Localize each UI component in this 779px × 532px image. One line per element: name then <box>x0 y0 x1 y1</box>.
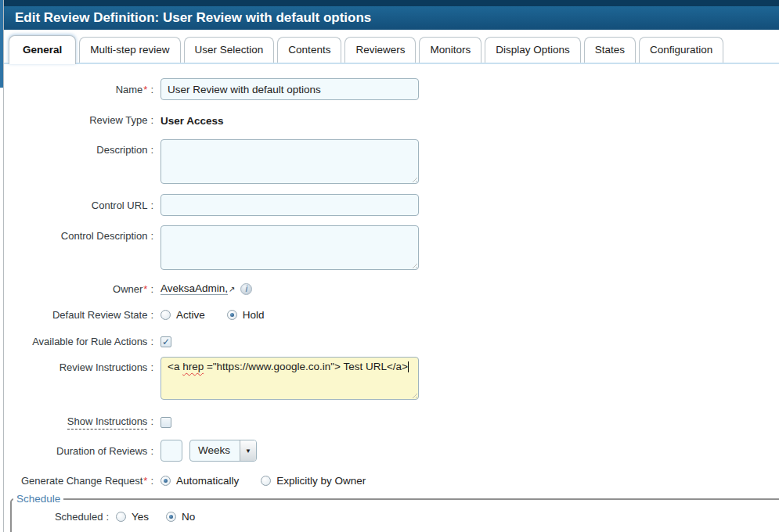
available-for-rule-actions-checkbox[interactable]: ✓ <box>160 336 171 347</box>
scheduled-row: Scheduled: Yes No <box>14 511 779 523</box>
left-accent-strip <box>0 0 3 88</box>
radio-active-label: Active <box>176 309 205 321</box>
radio-hold[interactable] <box>227 310 237 320</box>
window-title-bar: Edit Review Definition: User Review with… <box>4 6 779 30</box>
tab-configuration[interactable]: Configuration <box>639 37 723 63</box>
available-for-rule-actions-row: Available for Rule Actions: ✓ <box>6 336 779 347</box>
label-colon: : <box>150 415 153 427</box>
label-colon: : <box>150 84 153 95</box>
required-asterisk: * <box>143 283 147 295</box>
tab-monitors[interactable]: Monitors <box>419 37 481 63</box>
duration-of-reviews-label: Duration of Reviews: <box>6 445 160 457</box>
review-type-row: Review Type: User Access <box>6 113 779 127</box>
label-colon: : <box>150 309 153 321</box>
schedule-fieldset: Schedule Scheduled: Yes No <box>10 493 779 532</box>
label-colon: : <box>150 200 153 211</box>
label-colon: : <box>150 114 153 126</box>
radio-scheduled-yes[interactable] <box>116 512 126 522</box>
external-link-arrow-icon[interactable]: ↗ <box>229 285 235 293</box>
label-colon: : <box>150 475 153 487</box>
owner-label: Owner*: <box>6 283 160 295</box>
review-type-label: Review Type: <box>6 114 160 126</box>
description-label: Description: <box>6 139 160 156</box>
info-icon[interactable]: i <box>240 283 252 295</box>
label-colon: : <box>150 445 153 457</box>
tab-user-selection[interactable]: User Selection <box>184 37 275 63</box>
page-title: Edit Review Definition: User Review with… <box>15 10 371 25</box>
review-type-value: User Access <box>160 113 224 127</box>
top-navy-strip <box>4 0 779 6</box>
instructions-text: <a <box>168 361 182 372</box>
duration-value-input[interactable] <box>160 440 182 462</box>
radio-active[interactable] <box>160 310 171 320</box>
label-colon: : <box>150 336 153 347</box>
tab-display-options[interactable]: Display Options <box>485 37 581 63</box>
panel-left-border <box>3 0 4 532</box>
label-colon: : <box>150 283 153 295</box>
tab-multi-step-review[interactable]: Multi-step review <box>79 37 180 63</box>
default-review-state-row: Default Review State: Active Hold <box>6 309 779 321</box>
show-instructions-label: Show Instructions: <box>6 415 160 430</box>
instructions-misspelled-word: hrep <box>182 361 204 372</box>
control-description-textarea[interactable] <box>160 225 419 270</box>
text-cursor <box>408 361 409 372</box>
duration-unit-value: Weeks <box>190 440 240 461</box>
tab-reviewers[interactable]: Reviewers <box>344 37 416 63</box>
schedule-legend: Schedule <box>13 493 63 505</box>
control-description-label: Control Description: <box>6 225 160 242</box>
duration-of-reviews-row: Duration of Reviews: Weeks ▼ <box>6 440 779 462</box>
review-instructions-row: Review Instructions: <a hrep ="https://w… <box>6 357 779 400</box>
label-colon: : <box>106 511 109 523</box>
control-url-row: Control URL: <box>6 194 779 216</box>
show-instructions-checkbox[interactable] <box>160 417 171 428</box>
duration-unit-select[interactable]: Weeks ▼ <box>189 440 257 462</box>
owner-link[interactable]: AveksaAdmin, <box>160 282 228 295</box>
required-asterisk: * <box>143 475 147 487</box>
radio-scheduled-no[interactable] <box>166 512 176 522</box>
review-instructions-label: Review Instructions: <box>6 357 160 373</box>
required-asterisk: * <box>143 84 147 95</box>
owner-row: Owner*: AveksaAdmin, ↗ i <box>6 282 779 295</box>
label-colon: : <box>150 230 153 242</box>
edit-review-definition-window: Edit Review Definition: User Review with… <box>0 0 779 532</box>
generate-change-request-label: Generate Change Request*: <box>6 475 160 487</box>
instructions-text: ="https://www.google.co.in"> Test URL</a… <box>204 361 408 372</box>
control-description-row: Control Description: <box>6 225 779 270</box>
tab-states[interactable]: States <box>584 37 636 63</box>
radio-automatically[interactable] <box>160 476 171 486</box>
radio-explicitly-by-owner-label: Explicitly by Owner <box>276 475 366 487</box>
default-review-state-label: Default Review State: <box>6 309 160 321</box>
radio-scheduled-yes-label: Yes <box>132 511 149 523</box>
radio-automatically-label: Automatically <box>176 475 239 487</box>
control-url-label: Control URL: <box>6 200 160 211</box>
name-label: Name*: <box>6 84 160 95</box>
label-colon: : <box>150 361 153 373</box>
radio-explicitly-by-owner[interactable] <box>261 476 271 486</box>
name-row: Name*: <box>6 78 779 100</box>
show-instructions-row: Show Instructions: <box>6 415 779 430</box>
tab-general[interactable]: General <box>9 35 76 64</box>
description-row: Description: <box>6 139 779 184</box>
radio-hold-label: Hold <box>243 309 265 321</box>
available-for-rule-actions-label: Available for Rule Actions: <box>6 336 160 347</box>
control-url-input[interactable] <box>160 194 419 216</box>
generate-change-request-row: Generate Change Request*: Automatically … <box>6 475 779 487</box>
label-colon: : <box>150 144 153 156</box>
radio-scheduled-no-label: No <box>182 511 195 523</box>
caret-down-icon[interactable]: ▼ <box>240 440 256 461</box>
tab-contents[interactable]: Contents <box>277 37 341 63</box>
review-instructions-textarea[interactable]: <a hrep ="https://www.google.co.in"> Tes… <box>160 357 419 400</box>
description-textarea[interactable] <box>160 139 419 184</box>
name-input[interactable] <box>160 78 419 100</box>
checkmark-icon: ✓ <box>162 337 170 347</box>
tab-strip: General Multi-step review User Selection… <box>4 30 779 64</box>
scheduled-label: Scheduled: <box>14 511 116 523</box>
general-tab-panel: Name*: Review Type: User Access Descript… <box>0 64 779 532</box>
